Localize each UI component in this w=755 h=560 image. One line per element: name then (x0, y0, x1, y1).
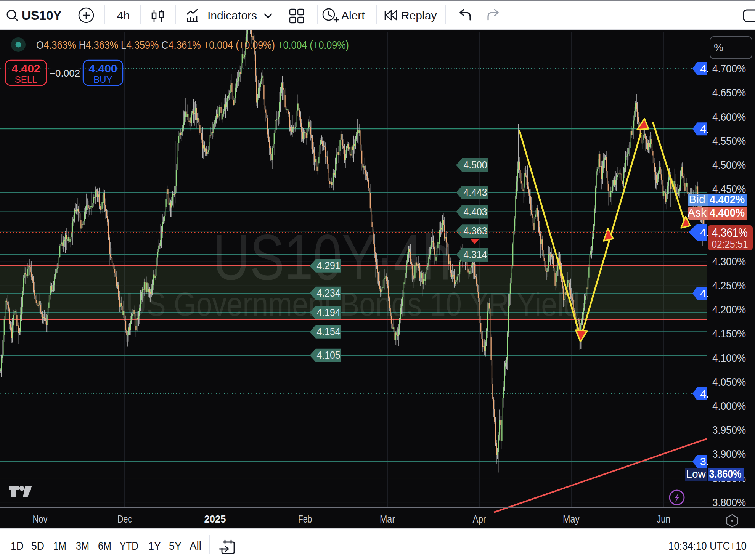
svg-text:4h: 4h (117, 9, 130, 22)
svg-text:Bid: Bid (689, 193, 705, 205)
svg-text:4.403: 4.403 (464, 206, 487, 218)
svg-text:O4.363% H4.363% L4.359% C4.361: O4.363% H4.363% L4.359% C4.361% +0.004 (… (36, 39, 349, 51)
svg-text:Dec: Dec (117, 513, 132, 525)
svg-text:Indicators: Indicators (207, 9, 257, 22)
svg-text:4.105: 4.105 (317, 350, 341, 361)
svg-text:3M: 3M (76, 539, 89, 552)
svg-text:4.: 4. (700, 63, 709, 75)
svg-text:3.800%: 3.800% (712, 496, 746, 509)
svg-text:4.402%: 4.402% (710, 193, 745, 205)
svg-text:02:25:51: 02:25:51 (712, 238, 748, 250)
svg-text:3.860%: 3.860% (709, 468, 742, 480)
svg-text:4.361%: 4.361% (712, 226, 748, 239)
svg-text:4.700%: 4.700% (712, 62, 746, 75)
svg-text:4.250%: 4.250% (712, 279, 746, 292)
svg-text:Ask: Ask (688, 206, 707, 219)
svg-text:Apr: Apr (473, 513, 486, 525)
svg-text:4.154: 4.154 (317, 326, 341, 337)
svg-text:4.300%: 4.300% (712, 255, 746, 268)
svg-text:4.443: 4.443 (464, 187, 487, 198)
svg-text:4.400%: 4.400% (710, 206, 745, 219)
svg-text:3.950%: 3.950% (712, 424, 746, 436)
svg-text:4.: 4. (700, 388, 709, 400)
svg-text:Jun: Jun (657, 513, 670, 525)
svg-text:4.: 4. (700, 123, 709, 135)
svg-text:4.234: 4.234 (317, 287, 341, 299)
svg-text:US Government Bonds 10 YR Yiel: US Government Bonds 10 YR Yield (126, 285, 580, 323)
svg-text:%: % (714, 42, 723, 53)
svg-text:4.050%: 4.050% (712, 375, 746, 388)
svg-text:4.650%: 4.650% (712, 86, 746, 99)
svg-text:Low: Low (686, 468, 706, 480)
svg-text:4.291: 4.291 (317, 260, 341, 271)
svg-text:4.500: 4.500 (464, 159, 487, 171)
svg-text:3.900%: 3.900% (712, 448, 746, 460)
svg-text:4.150%: 4.150% (712, 327, 746, 340)
svg-text:4.400: 4.400 (88, 62, 117, 75)
svg-text:4.: 4. (700, 287, 709, 299)
svg-text:6M: 6M (98, 539, 111, 552)
svg-text:4.550%: 4.550% (712, 135, 746, 147)
svg-text:3.: 3. (700, 456, 709, 467)
svg-text:Replay: Replay (401, 9, 437, 22)
svg-text:5Y: 5Y (169, 539, 182, 552)
svg-text:1M: 1M (53, 539, 66, 552)
svg-text:4.600%: 4.600% (712, 111, 746, 123)
svg-text:10:34:10 UTC+10: 10:34:10 UTC+10 (668, 539, 747, 552)
svg-text:4.363: 4.363 (464, 225, 487, 237)
svg-text:4.: 4. (700, 226, 709, 238)
svg-text:4.194: 4.194 (317, 307, 341, 318)
svg-text:Nov: Nov (33, 513, 48, 525)
svg-text:BUY: BUY (93, 74, 112, 85)
svg-text:YTD: YTD (120, 539, 138, 552)
svg-text:1Y: 1Y (148, 539, 161, 552)
svg-text:4.000%: 4.000% (712, 400, 746, 412)
svg-text:All: All (190, 539, 201, 552)
svg-text:2025: 2025 (204, 513, 226, 525)
svg-text:Alert: Alert (341, 9, 365, 22)
svg-text:4.100%: 4.100% (712, 351, 746, 364)
svg-text:4.314: 4.314 (464, 249, 487, 260)
svg-text:4.402: 4.402 (11, 62, 40, 75)
svg-text:4.200%: 4.200% (712, 303, 746, 316)
svg-text:4.500%: 4.500% (712, 159, 746, 171)
svg-text:5D: 5D (31, 539, 44, 552)
svg-text:1D: 1D (11, 539, 24, 552)
svg-text:SELL: SELL (15, 74, 37, 85)
svg-text:US10Y: US10Y (22, 8, 62, 22)
svg-text:May: May (563, 513, 580, 525)
svg-text:Feb: Feb (298, 513, 312, 525)
svg-text:Mar: Mar (380, 513, 395, 525)
svg-text:−0.002: −0.002 (50, 67, 80, 79)
